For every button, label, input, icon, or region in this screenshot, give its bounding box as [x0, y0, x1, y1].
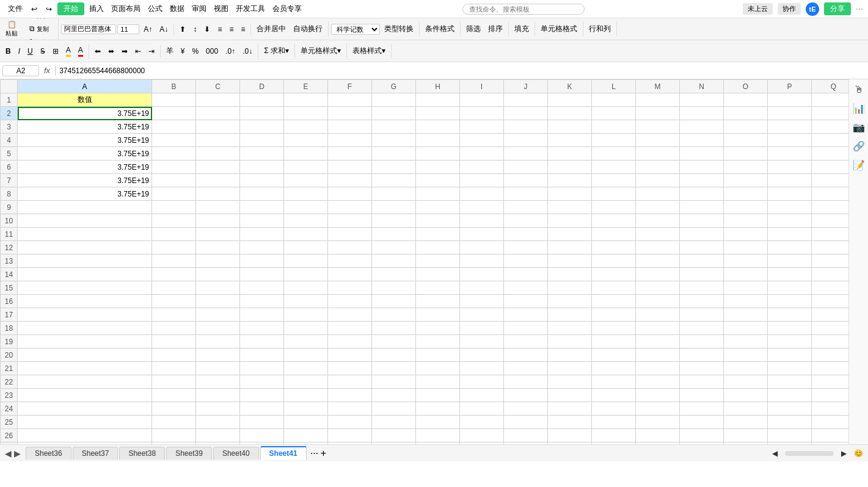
cell-a21[interactable] [18, 362, 152, 375]
col-header-a[interactable]: A [18, 80, 152, 93]
cell-g11[interactable] [372, 228, 416, 241]
cell-h11[interactable] [416, 228, 460, 241]
cell-j2[interactable] [504, 107, 548, 120]
cell-c18[interactable] [196, 322, 240, 335]
wrap-btn[interactable]: 自动换行 [290, 22, 326, 36]
cell-c10[interactable] [196, 214, 240, 228]
cell-g13[interactable] [372, 254, 416, 268]
cell-q6[interactable] [812, 161, 849, 174]
share-button[interactable]: 分享 [824, 2, 851, 15]
row-number-25[interactable]: 25 [1, 416, 18, 429]
cell-c25[interactable] [196, 416, 240, 429]
cell-l7[interactable] [592, 174, 636, 187]
col-header-b[interactable]: B [152, 80, 196, 93]
col-header-n[interactable]: N [680, 80, 724, 93]
cell-a8[interactable]: 3.75E+19 [18, 187, 152, 201]
cell-n6[interactable] [680, 161, 724, 174]
cell-l13[interactable] [592, 254, 636, 268]
row-number-10[interactable]: 10 [1, 214, 18, 228]
font-increase-btn[interactable]: A↑ [140, 23, 155, 35]
cell-e8[interactable] [284, 187, 328, 201]
col-header-m[interactable]: M [636, 80, 680, 93]
cell-m25[interactable] [636, 416, 680, 429]
type-convert-btn[interactable]: 类型转换 [381, 22, 417, 36]
cell-l19[interactable] [592, 335, 636, 348]
cell-l24[interactable] [592, 402, 636, 416]
cell-p6[interactable] [768, 161, 812, 174]
row-number-1[interactable]: 1 [1, 93, 18, 107]
text-align-left-btn[interactable]: ⬅ [92, 45, 104, 57]
cell-j15[interactable] [504, 281, 548, 295]
cell-k13[interactable] [548, 254, 592, 268]
cell-d8[interactable] [240, 187, 284, 201]
cell-k12[interactable] [548, 241, 592, 254]
cell-n26[interactable] [680, 429, 724, 442]
cell-k20[interactable] [548, 348, 592, 362]
cell-o22[interactable] [724, 375, 768, 389]
scroll-right-btn[interactable]: ▶ [841, 449, 847, 458]
redo-btn[interactable]: ↪ [43, 3, 55, 15]
cell-p17[interactable] [768, 308, 812, 322]
cond-format-btn[interactable]: 条件格式 [422, 22, 458, 36]
cut-button[interactable]: ✂ 剪切 [22, 18, 56, 22]
cell-d4[interactable] [240, 134, 284, 147]
formula-menu[interactable]: 公式 [145, 4, 165, 14]
cell-j25[interactable] [504, 416, 548, 429]
cell-c15[interactable] [196, 281, 240, 295]
cell-o20[interactable] [724, 348, 768, 362]
cell-o16[interactable] [724, 295, 768, 308]
cell-h27[interactable] [416, 442, 460, 445]
cell-d3[interactable] [240, 120, 284, 134]
cell-j1[interactable] [504, 93, 548, 107]
cell-e5[interactable] [284, 147, 328, 161]
sheet-tab-sheet38[interactable]: Sheet38 [119, 447, 165, 460]
cell-d25[interactable] [240, 416, 284, 429]
fill-color-btn[interactable]: A [63, 44, 74, 59]
cell-f23[interactable] [328, 389, 372, 402]
cell-q16[interactable] [812, 295, 849, 308]
cell-a11[interactable] [18, 228, 152, 241]
cell-q23[interactable] [812, 389, 849, 402]
start-button[interactable]: 开始 [57, 2, 84, 15]
sheet-tab-sheet40[interactable]: Sheet40 [213, 447, 259, 460]
cell-l10[interactable] [592, 214, 636, 228]
cell-q4[interactable] [812, 134, 849, 147]
align-center-btn[interactable]: ≡ [226, 23, 236, 35]
row-number-7[interactable]: 7 [1, 174, 18, 187]
cell-p13[interactable] [768, 254, 812, 268]
row-number-12[interactable]: 12 [1, 241, 18, 254]
cell-a1[interactable]: 数值 [18, 93, 152, 107]
cell-b12[interactable] [152, 241, 196, 254]
cell-n1[interactable] [680, 93, 724, 107]
cell-a2[interactable]: 3.75E+19 [18, 107, 152, 120]
cell-g20[interactable] [372, 348, 416, 362]
cell-p15[interactable] [768, 281, 812, 295]
cell-g6[interactable] [372, 161, 416, 174]
cell-o5[interactable] [724, 147, 768, 161]
cell-q1[interactable] [812, 93, 849, 107]
cell-q17[interactable] [812, 308, 849, 322]
col-header-f[interactable]: F [328, 80, 372, 93]
cell-l17[interactable] [592, 308, 636, 322]
cell-c20[interactable] [196, 348, 240, 362]
cell-i4[interactable] [460, 134, 504, 147]
cell-i21[interactable] [460, 362, 504, 375]
cell-m19[interactable] [636, 335, 680, 348]
cell-f9[interactable] [328, 201, 372, 214]
cell-m26[interactable] [636, 429, 680, 442]
cell-g8[interactable] [372, 187, 416, 201]
cell-c2[interactable] [196, 107, 240, 120]
cell-q26[interactable] [812, 429, 849, 442]
cell-o13[interactable] [724, 254, 768, 268]
cell-ref-input[interactable] [2, 65, 39, 76]
cell-a23[interactable] [18, 389, 152, 402]
cell-g5[interactable] [372, 147, 416, 161]
cell-a4[interactable]: 3.75E+19 [18, 134, 152, 147]
panel-icon-4[interactable]: 🔗 [853, 140, 865, 152]
filter-btn[interactable]: 筛选 [463, 22, 484, 36]
cell-k19[interactable] [548, 335, 592, 348]
align-mid-btn[interactable]: ↕ [190, 23, 200, 35]
cell-n17[interactable] [680, 308, 724, 322]
cell-j14[interactable] [504, 268, 548, 281]
cell-f2[interactable] [328, 107, 372, 120]
